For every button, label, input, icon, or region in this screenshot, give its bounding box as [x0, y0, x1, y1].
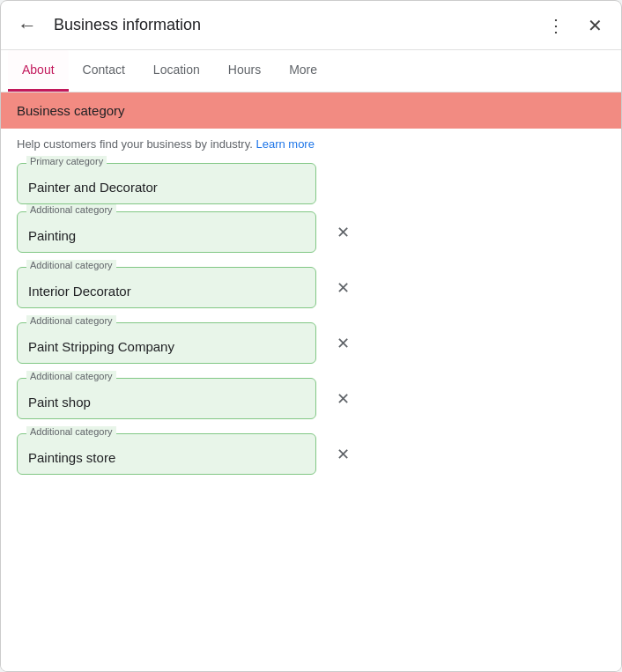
remove-button-1[interactable]: ✕: [327, 272, 359, 304]
header-actions: ⋮ ✕: [540, 10, 611, 41]
additional-category-field-0: Additional category Painting: [17, 211, 316, 253]
remove-button-2[interactable]: ✕: [327, 328, 359, 359]
additional-category-field-1: Additional category Interior Decorator: [17, 267, 316, 308]
back-icon: ←: [18, 14, 37, 37]
primary-category-value[interactable]: Painter and Decorator: [18, 164, 315, 203]
tab-about[interactable]: About: [8, 50, 69, 92]
close-icon: ✕: [588, 15, 603, 36]
remove-icon-4: ✕: [337, 445, 350, 464]
additional-category-value-1[interactable]: Interior Decorator: [18, 268, 315, 307]
page-title: Business information: [54, 16, 529, 34]
list-item: Additional category Paintings store ✕: [17, 433, 605, 475]
section-header: Business category: [1, 92, 621, 129]
remove-icon-2: ✕: [337, 334, 350, 353]
remove-button-4[interactable]: ✕: [327, 439, 359, 470]
close-button[interactable]: ✕: [579, 10, 611, 41]
remove-button-3[interactable]: ✕: [327, 383, 359, 415]
additional-category-value-0[interactable]: Painting: [18, 212, 315, 252]
list-item: Additional category Interior Decorator ✕: [17, 267, 605, 308]
list-item: Additional category Paint shop ✕: [17, 378, 605, 419]
additional-category-label-2: Additional category: [26, 315, 116, 326]
help-text: Help customers find your business by ind…: [1, 129, 621, 156]
tab-bar: About Contact Location Hours More: [1, 50, 621, 92]
more-icon: ⋮: [547, 15, 565, 36]
more-options-button[interactable]: ⋮: [540, 10, 572, 41]
additional-category-label-1: Additional category: [26, 260, 116, 270]
list-item: Additional category Painting ✕: [17, 211, 605, 253]
app-window: ← Business information ⋮ ✕ About Contact…: [0, 0, 622, 672]
back-button[interactable]: ←: [11, 10, 43, 41]
list-item: Additional category Paint Stripping Comp…: [17, 322, 605, 364]
remove-button-0[interactable]: ✕: [327, 217, 359, 248]
tab-hours[interactable]: Hours: [214, 50, 275, 92]
primary-category-label: Primary category: [26, 156, 107, 166]
header: ← Business information ⋮ ✕: [1, 1, 621, 50]
additional-category-field-2: Additional category Paint Stripping Comp…: [17, 322, 316, 364]
learn-more-link[interactable]: Learn more: [255, 137, 314, 151]
tab-more[interactable]: More: [275, 50, 331, 92]
additional-category-value-3[interactable]: Paint shop: [18, 379, 315, 418]
remove-icon-3: ✕: [337, 389, 350, 409]
remove-icon-1: ✕: [337, 278, 350, 298]
additional-category-field-4: Additional category Paintings store: [17, 433, 316, 475]
tab-contact[interactable]: Contact: [69, 50, 139, 92]
remove-icon-0: ✕: [337, 223, 350, 242]
additional-categories-list: Additional category Painting ✕ Additiona…: [1, 204, 621, 492]
primary-category-field: Primary category Painter and Decorator: [17, 163, 316, 204]
content-area: Business category Help customers find yo…: [1, 92, 621, 671]
additional-category-value-4[interactable]: Paintings store: [18, 434, 315, 474]
additional-category-label-3: Additional category: [26, 371, 116, 381]
additional-category-label-0: Additional category: [26, 204, 116, 215]
additional-category-label-4: Additional category: [26, 426, 116, 437]
tab-location[interactable]: Location: [139, 50, 214, 92]
additional-category-value-2[interactable]: Paint Stripping Company: [18, 323, 315, 363]
additional-category-field-3: Additional category Paint shop: [17, 378, 316, 419]
